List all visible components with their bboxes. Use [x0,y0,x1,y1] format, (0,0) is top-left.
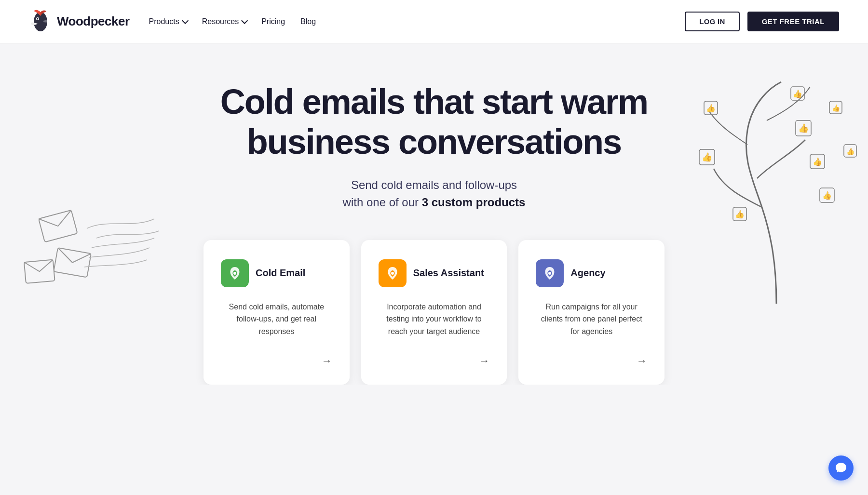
nav-link-products[interactable]: Products [149,17,187,26]
nav-link-resources[interactable]: Resources [202,17,246,26]
navbar-left: Woodpecker Products Resources Pricing [29,8,685,35]
brand-name: Woodpecker [57,14,130,29]
hero-subtitle: Send cold emails and follow-ups with one… [10,176,858,211]
hero-title: Cold emails that start warm business con… [217,82,651,162]
free-trial-button[interactable]: GET FREE TRIAL [747,12,839,31]
logo-link[interactable]: Woodpecker [29,8,130,35]
nav-item-blog[interactable]: Blog [300,17,316,26]
svg-point-5 [548,272,551,275]
card-header-sales: Sales Assistant [379,259,490,287]
agency-desc: Run campaigns for all your clients from … [536,301,647,345]
login-button[interactable]: LOG IN [685,12,739,31]
nav-link-pricing[interactable]: Pricing [261,17,285,26]
sales-assistant-arrow[interactable]: → [379,355,490,367]
sales-assistant-card[interactable]: Sales Assistant Incorporate automation a… [361,240,507,385]
cold-email-icon [227,265,243,281]
hero-content: Cold emails that start warm business con… [0,43,868,385]
agency-arrow[interactable]: → [536,355,647,367]
sales-assistant-desc: Incorporate automation and testing into … [379,301,490,345]
cold-email-title: Cold Email [256,268,305,279]
navbar-right: LOG IN GET FREE TRIAL [685,12,839,31]
cold-email-arrow[interactable]: → [221,355,332,367]
sales-assistant-icon-bg [379,259,407,287]
svg-point-4 [391,272,394,275]
nav-links: Products Resources Pricing Blog [149,17,316,26]
cold-email-icon-bg [221,259,249,287]
card-header-agency: Agency [536,259,647,287]
nav-link-blog[interactable]: Blog [300,17,316,26]
cold-email-desc: Send cold emails, automate follow-ups, a… [221,301,332,345]
nav-item-resources[interactable]: Resources [202,17,246,26]
svg-point-3 [233,272,236,275]
agency-title: Agency [570,268,605,279]
sales-assistant-icon [384,265,401,281]
product-cards: Cold Email Send cold emails, automate fo… [169,240,699,385]
nav-item-pricing[interactable]: Pricing [261,17,285,26]
agency-card[interactable]: Agency Run campaigns for all your client… [518,240,665,385]
nav-item-products[interactable]: Products [149,17,187,26]
hero-section: Cold emails that start warm business con… [0,43,868,385]
agency-icon [542,265,558,281]
cold-email-card[interactable]: Cold Email Send cold emails, automate fo… [203,240,350,385]
chat-button[interactable] [828,455,854,481]
logo-icon [29,8,52,35]
chevron-down-icon [182,17,189,24]
sales-assistant-title: Sales Assistant [413,268,484,279]
svg-point-2 [37,18,39,19]
card-header-cold-email: Cold Email [221,259,332,287]
agency-icon-bg [536,259,564,287]
chevron-down-icon [241,17,248,24]
chat-icon [835,462,847,474]
navbar: Woodpecker Products Resources Pricing [0,0,868,43]
